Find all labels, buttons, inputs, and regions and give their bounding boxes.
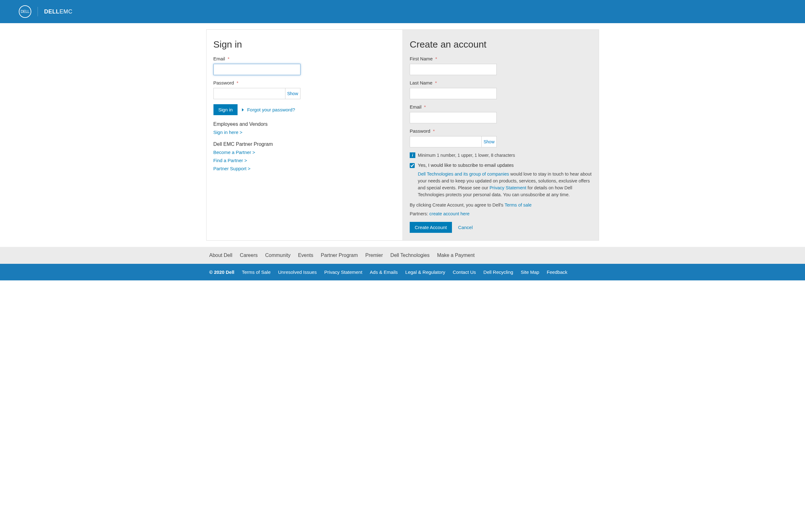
signin-password-input[interactable]	[213, 88, 285, 99]
footer-tech-link[interactable]: Dell Technologies	[390, 252, 429, 258]
footer-payment-link[interactable]: Make a Payment	[437, 252, 475, 258]
signin-show-password-button[interactable]: Show	[285, 88, 301, 99]
consent-text: Dell Technologies and its group of compa…	[418, 171, 592, 198]
find-partner-link[interactable]: Find a Partner >	[213, 156, 396, 165]
main-container: Sign in Email * Password * Show Sign in …	[206, 30, 599, 241]
terms-line: By clicking Create Account, you agree to…	[410, 203, 592, 208]
partner-program-heading: Dell EMC Partner Program	[213, 141, 396, 147]
first-name-input[interactable]	[410, 64, 497, 75]
footer-nav: About Dell Careers Community Events Part…	[0, 247, 805, 264]
legal-privacy-link[interactable]: Privacy Statement	[324, 269, 362, 275]
partner-support-link[interactable]: Partner Support >	[213, 165, 396, 173]
dellemc-logo[interactable]: DELLEMC	[44, 8, 73, 15]
create-email-input[interactable]	[410, 112, 497, 123]
cancel-link[interactable]: Cancel	[458, 225, 473, 230]
footer-events-link[interactable]: Events	[298, 252, 313, 258]
legal-terms-link[interactable]: Terms of Sale	[242, 269, 271, 275]
password-label: Password *	[213, 80, 396, 86]
legal-ads-link[interactable]: Ads & Emails	[370, 269, 398, 275]
partners-create-link[interactable]: create account here	[429, 211, 469, 216]
password-hint: Minimum 1 number, 1 upper, 1 lower, 8 ch…	[418, 153, 515, 158]
subscribe-checkbox[interactable]	[410, 163, 415, 168]
last-name-input[interactable]	[410, 88, 497, 99]
legal-regulatory-link[interactable]: Legal & Regulatory	[405, 269, 445, 275]
create-password-label: Password *	[410, 128, 592, 134]
legal-unresolved-link[interactable]: Unresolved Issues	[278, 269, 317, 275]
subscribe-label: Yes, I would like to subscribe to email …	[418, 163, 514, 168]
dell-companies-link[interactable]: Dell Technologies and its group of compa…	[418, 171, 509, 176]
footer-premier-link[interactable]: Premier	[365, 252, 383, 258]
partners-line: Partners: create account here	[410, 211, 592, 216]
info-icon: i	[410, 152, 415, 158]
footer-legal: © 2020 Dell Terms of Sale Unresolved Iss…	[0, 264, 805, 280]
create-account-button[interactable]: Create Account	[410, 222, 452, 233]
email-field-group: Email *	[213, 56, 396, 75]
footer-about-link[interactable]: About Dell	[209, 252, 233, 258]
create-title: Create an account	[410, 39, 592, 50]
privacy-statement-link[interactable]: Privacy Statement	[490, 185, 526, 190]
legal-feedback-link[interactable]: Feedback	[547, 269, 568, 275]
copyright-text: © 2020 Dell	[209, 269, 234, 275]
signin-email-input[interactable]	[213, 64, 301, 75]
email-label: Email *	[213, 56, 396, 61]
signin-title: Sign in	[213, 39, 396, 50]
terms-of-sale-link[interactable]: Terms of sale	[504, 203, 532, 208]
footer-community-link[interactable]: Community	[265, 252, 290, 258]
legal-sitemap-link[interactable]: Site Map	[521, 269, 539, 275]
first-name-label: First Name *	[410, 56, 592, 61]
dell-logo-icon[interactable]: DELL	[19, 5, 31, 18]
header-divider	[38, 7, 38, 16]
create-password-input[interactable]	[410, 136, 482, 147]
create-account-panel: Create an account First Name * Last Name…	[402, 30, 599, 240]
forgot-password-link[interactable]: Forgot your password?	[247, 107, 295, 112]
legal-contact-link[interactable]: Contact Us	[453, 269, 476, 275]
signin-button[interactable]: Sign in	[213, 104, 238, 115]
legal-recycling-link[interactable]: Dell Recycling	[483, 269, 513, 275]
last-name-label: Last Name *	[410, 80, 592, 86]
footer-careers-link[interactable]: Careers	[240, 252, 257, 258]
signin-panel: Sign in Email * Password * Show Sign in …	[207, 30, 403, 240]
caret-right-icon	[242, 108, 244, 111]
password-field-group: Password * Show	[213, 80, 396, 99]
header: DELL DELLEMC	[0, 0, 805, 23]
employees-heading: Employees and Vendors	[213, 121, 396, 127]
create-show-password-button[interactable]: Show	[482, 136, 497, 147]
create-email-label: Email *	[410, 104, 592, 110]
become-partner-link[interactable]: Become a Partner >	[213, 148, 396, 156]
employees-signin-link[interactable]: Sign in here >	[213, 128, 396, 136]
footer-partner-link[interactable]: Partner Program	[321, 252, 358, 258]
